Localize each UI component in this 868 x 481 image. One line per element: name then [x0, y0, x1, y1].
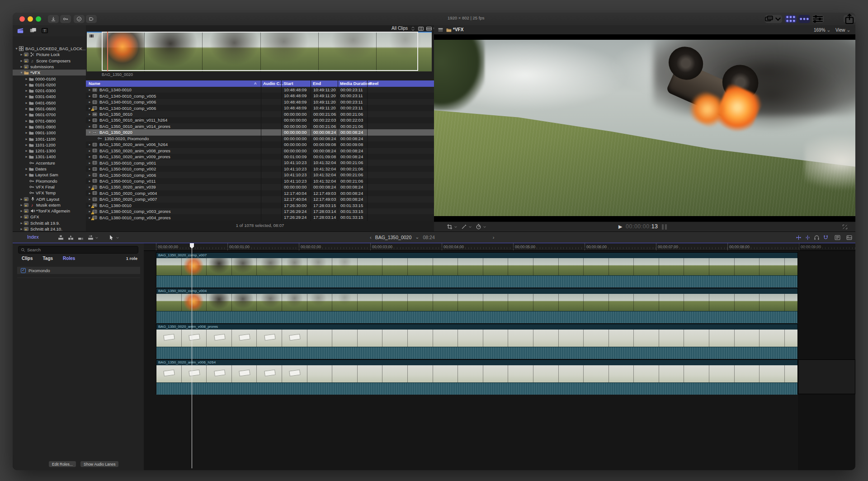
disclosure-triangle[interactable]: ▸ — [88, 124, 92, 128]
table-row[interactable]: ▸BAG_1350_0020_anim_v008_prores00:00:00:… — [86, 148, 434, 154]
sidebar-item[interactable]: ▸Layout Sam — [13, 172, 86, 178]
disclosure-triangle[interactable]: ▸ — [88, 179, 92, 183]
chevron-down-icon[interactable] — [95, 236, 99, 240]
disclosure-triangle[interactable]: ▸ — [19, 59, 24, 63]
select-tool-icon[interactable] — [108, 235, 114, 240]
filmstrip-skimmer[interactable] — [107, 32, 108, 71]
close-window-button[interactable] — [19, 16, 25, 22]
column-header[interactable]: Name — [89, 81, 100, 86]
disclosure-triangle[interactable]: ▸ — [24, 167, 28, 171]
role-checkbox[interactable]: ✓ — [21, 268, 26, 273]
table-row[interactable]: ▸BAG_1350-0010_comp_v00210:41:10:2310:41… — [86, 166, 434, 172]
sidebar-item[interactable]: ▸★ADR Layout — [13, 196, 86, 202]
column-header[interactable]: Reel — [369, 81, 378, 86]
table-row[interactable]: ▸BAG_1340-0010_comp_v00510:48:48:0910:49… — [86, 93, 434, 99]
connect-edit-icon[interactable] — [58, 235, 64, 240]
disclosure-triangle[interactable]: ▸ — [88, 167, 92, 171]
disclosure-triangle[interactable]: ▸ — [19, 221, 24, 225]
sidebar-item[interactable]: ▸0000-0100 — [13, 76, 86, 82]
audio-skimming-icon[interactable] — [805, 235, 811, 240]
sidebar-item[interactable]: ▸★*TonFX Allgemein — [13, 208, 86, 214]
disclosure-triangle[interactable]: ▾ — [19, 71, 24, 75]
disclosure-triangle[interactable]: ▸ — [24, 119, 28, 123]
background-tasks-button[interactable] — [74, 15, 85, 23]
sidebar-item[interactable]: ▸0501-0600 — [13, 106, 86, 112]
clip-appearance-icon[interactable] — [846, 235, 852, 240]
timeline-clip[interactable]: BAG_1350_0020_comp_v004 — [156, 288, 798, 323]
sidebar-item[interactable]: ▸★submissions — [13, 64, 86, 70]
disclosure-triangle[interactable]: ▸ — [88, 197, 92, 201]
disclosure-triangle[interactable]: ▸ — [24, 155, 28, 159]
table-row[interactable]: ▸BAG_1350-0010_comp_v01110:41:10:2310:41… — [86, 178, 434, 184]
disclosure-triangle[interactable]: ▸ — [88, 173, 92, 177]
column-header[interactable]: End — [313, 81, 321, 86]
sidebar-item[interactable]: ▸0301-0400 — [13, 94, 86, 99]
table-row[interactable]: ▸BAG_1350_0010_anim_v014_prores00:00:00:… — [86, 123, 434, 129]
filmstrip-selection[interactable] — [102, 32, 418, 71]
disclosure-triangle[interactable]: ▸ — [24, 101, 28, 105]
sidebar-item[interactable]: ▸★GFX — [13, 214, 86, 220]
crop-icon[interactable] — [447, 224, 453, 230]
disclosure-triangle[interactable]: ▸ — [24, 131, 28, 135]
disclosure-triangle[interactable]: ▸ — [19, 209, 24, 213]
timeline-back-button[interactable]: ‹ — [370, 235, 372, 240]
timeline[interactable]: 00:00:00:0000:00:01:0000:00:02:0000:00:0… — [144, 243, 855, 470]
table-row[interactable]: ▸BAG_1350_0020_anim_v03900:00:00:0000:00… — [86, 184, 434, 190]
zoom-window-button[interactable] — [36, 16, 41, 22]
audio-meter[interactable] — [665, 224, 667, 230]
sidebar-item[interactable]: Accenture — [13, 160, 86, 166]
show-audio-lanes-button[interactable]: Show Audio Lanes — [80, 461, 118, 467]
audio-meter[interactable] — [662, 224, 664, 230]
viewer-list-icon[interactable] — [438, 27, 443, 33]
sidebar-item[interactable]: ▾*VFX — [13, 70, 86, 75]
disclosure-triangle[interactable]: ▸ — [88, 149, 92, 153]
column-header[interactable]: Start — [283, 81, 293, 86]
column-header[interactable]: Media Duration — [340, 81, 371, 86]
sidebar-item[interactable]: ▸★♪Musik extern — [13, 202, 86, 208]
index-button[interactable]: Index — [27, 234, 39, 240]
disclosure-triangle[interactable]: ▸ — [19, 52, 24, 57]
disclosure-triangle[interactable]: ▸ — [19, 197, 24, 201]
solo-icon[interactable] — [814, 235, 820, 240]
sidebar-item[interactable]: ▾BAG_LOCKED2_BAG_LOCKED2_2… — [13, 46, 86, 52]
tab-tags[interactable]: Tags — [42, 256, 53, 261]
timeline-clip[interactable]: BAG_1350_0020_anim_v006_h264 — [156, 359, 798, 394]
skimming-icon[interactable] — [796, 235, 802, 240]
timeline-index-icon[interactable] — [835, 235, 840, 240]
sidebar-item[interactable]: ▸1301-1400 — [13, 154, 86, 160]
libraries-tab-icon[interactable] — [16, 27, 24, 34]
sidebar-item[interactable]: ▸Dates — [13, 166, 86, 172]
play-button[interactable]: ▶ — [618, 224, 623, 229]
table-row[interactable]: ▸BAG_1350_0020_comp_v00412:17:40:0412:17… — [86, 190, 434, 196]
sidebar-item[interactable]: ▸0101-0200 — [13, 82, 86, 88]
table-row[interactable]: ▾BAG_1350_002000:00:00:0000:00:08:2400:0… — [86, 129, 434, 135]
sidebar-item[interactable]: ▸★Schnitt alt 19.9. — [13, 220, 86, 226]
timeline-clip[interactable]: BAG_1350_0020_comp_v007 — [156, 252, 798, 287]
disclosure-triangle[interactable]: ▸ — [24, 173, 28, 177]
filmstrip-view-icon[interactable] — [418, 26, 424, 32]
tab-clips[interactable]: Clips — [22, 256, 33, 261]
chevron-down-icon[interactable] — [483, 225, 486, 229]
grid-view-button[interactable] — [785, 15, 797, 23]
chevron-down-icon[interactable] — [468, 225, 472, 229]
table-row[interactable]: ▸BAG_1380-0010_comp_v003_prores17:26:29:… — [86, 208, 434, 214]
table-row[interactable]: ▸BAG_1380-0010_comp_v004_prores17:26:29:… — [86, 214, 434, 220]
overwrite-edit-icon[interactable] — [88, 235, 94, 240]
disclosure-triangle[interactable]: ▸ — [24, 77, 28, 81]
viewer-view-dropdown[interactable]: View ⌄ — [835, 27, 851, 33]
disclosure-triangle[interactable]: ▸ — [24, 107, 28, 111]
sidebar-item[interactable]: ▸★Picture Lock — [13, 52, 86, 57]
timeline-clip-name[interactable]: BAG_1350_0020 — [375, 235, 412, 240]
keyword-editor-button[interactable] — [60, 15, 71, 23]
disclosure-triangle[interactable]: ▸ — [88, 112, 92, 116]
column-header[interactable]: Audio C... — [263, 81, 283, 86]
disclosure-triangle[interactable]: ▸ — [88, 191, 92, 195]
minimize-window-button[interactable] — [28, 16, 33, 22]
disclosure-triangle[interactable]: ▸ — [24, 143, 28, 147]
disclosure-triangle[interactable]: ▸ — [24, 113, 28, 117]
sidebar-item[interactable]: ▸0901-1000 — [13, 130, 86, 136]
list-view-button[interactable] — [798, 15, 810, 23]
sidebar-item[interactable]: Pixomondo — [13, 178, 86, 184]
table-row[interactable]: ▸BAG_1340-0010_comp_v00610:48:48:0910:49… — [86, 99, 434, 105]
table-row[interactable]: ▸BAG_1350_0020_anim_v009_prores00:01:00:… — [86, 154, 434, 160]
